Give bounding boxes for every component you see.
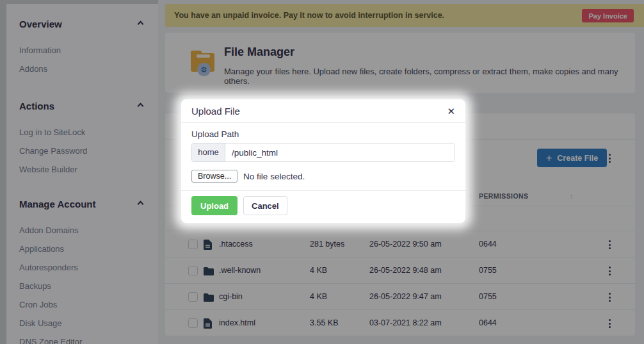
upload-path-group: home xyxy=(191,143,455,162)
modal-footer: Upload Cancel xyxy=(181,190,465,223)
cancel-button[interactable]: Cancel xyxy=(243,196,287,215)
file-picker-row: Browse... No file selected. xyxy=(191,168,455,184)
upload-path-label: Upload Path xyxy=(191,129,455,139)
modal-header: Upload File ✕ xyxy=(181,99,465,123)
path-prefix: home xyxy=(192,143,225,161)
upload-button[interactable]: Upload xyxy=(191,196,237,215)
modal-body: Upload Path home Browse... No file selec… xyxy=(181,123,465,190)
upload-file-modal: Upload File ✕ Upload Path home Browse...… xyxy=(181,99,465,223)
close-icon[interactable]: ✕ xyxy=(447,106,455,116)
browse-button[interactable]: Browse... xyxy=(191,170,237,183)
upload-path-input[interactable] xyxy=(225,143,455,161)
no-file-selected-text: No file selected. xyxy=(243,172,305,181)
modal-title: Upload File xyxy=(191,106,240,117)
